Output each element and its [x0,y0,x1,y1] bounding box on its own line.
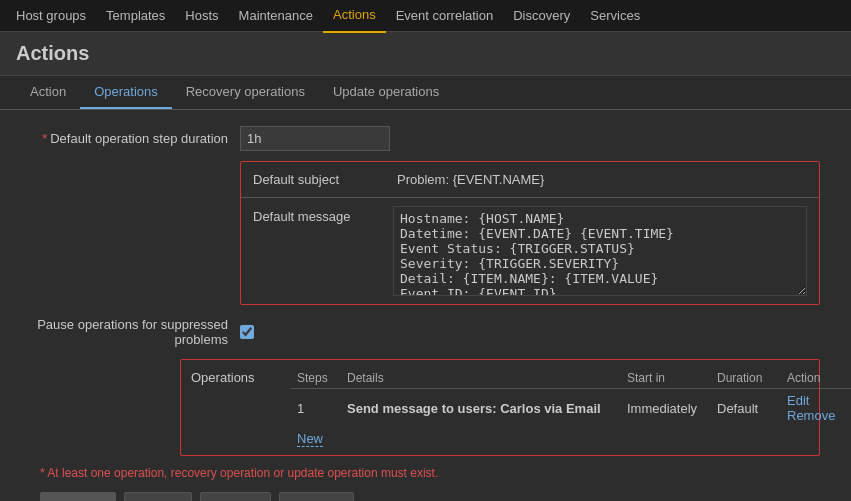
warning-text: * At least one operation, recovery opera… [20,466,831,480]
update-button[interactable]: Update [40,492,116,501]
operations-section: Operations Steps Details Start in Durati… [180,359,820,456]
nav-actions[interactable]: Actions [323,0,386,33]
delete-button[interactable]: Delete [200,492,272,501]
ops-header-row: Operations Steps Details Start in Durati… [191,368,809,447]
tab-bar: Action Operations Recovery operations Up… [0,76,851,110]
row-details: Send message to users: Carlos via Email [341,389,621,428]
row-duration: Default [711,389,781,428]
new-operation-link[interactable]: New [297,431,323,447]
subject-row: Default subject [241,162,819,198]
operations-table: Steps Details Start in Duration Action 1 [291,368,851,427]
table-header-row: Steps Details Start in Duration Action [291,368,851,389]
clone-button[interactable]: Clone [124,492,192,501]
cancel-button[interactable]: Cancel [279,492,353,501]
pause-checkbox[interactable] [240,325,254,339]
nav-event-correlation[interactable]: Event correlation [386,0,504,32]
col-action: Action [781,368,851,389]
message-row: Default message Hostname: {HOST.NAME} Da… [241,198,819,304]
row-start-in: Immediately [621,389,711,428]
tab-update-operations[interactable]: Update operations [319,76,453,109]
tab-action[interactable]: Action [16,76,80,109]
tab-recovery-operations[interactable]: Recovery operations [172,76,319,109]
row-details-prefix: Send message to users: [347,401,497,416]
main-content: *Default operation step duration Default… [0,110,851,501]
edit-link[interactable]: Edit [787,393,809,408]
nav-discovery[interactable]: Discovery [503,0,580,32]
pause-label: Pause operations for suppressed problems [20,317,240,347]
subject-label: Default subject [253,172,393,187]
step-duration-label: *Default operation step duration [20,126,240,146]
nav-templates[interactable]: Templates [96,0,175,32]
pause-checkbox-row: Pause operations for suppressed problems [20,317,831,347]
row-actions: Edit Remove [781,389,851,428]
required-star: * [42,131,47,146]
table-row: 1 Send message to users: Carlos via Emai… [291,389,851,428]
ops-section-label: Operations [191,368,291,385]
ops-table-wrapper: Steps Details Start in Duration Action 1 [291,368,851,447]
nav-services[interactable]: Services [580,0,650,32]
col-start-in: Start in [621,368,711,389]
subject-message-box: Default subject Default message Hostname… [240,161,820,305]
message-label: Default message [253,206,393,224]
page-title: Actions [0,32,851,76]
nav-hosts[interactable]: Hosts [175,0,228,32]
message-textarea[interactable]: Hostname: {HOST.NAME} Datetime: {EVENT.D… [393,206,807,296]
remove-link[interactable]: Remove [787,408,835,423]
col-duration: Duration [711,368,781,389]
subject-input[interactable] [393,170,807,189]
col-steps: Steps [291,368,341,389]
row-steps: 1 [291,389,341,428]
form-buttons: Update Clone Delete Cancel [20,492,831,501]
step-duration-input[interactable] [240,126,390,151]
col-details: Details [341,368,621,389]
nav-maintenance[interactable]: Maintenance [229,0,323,32]
top-navigation: Host groups Templates Hosts Maintenance … [0,0,851,32]
nav-host-groups[interactable]: Host groups [6,0,96,32]
row-details-value: Carlos via Email [500,401,600,416]
step-duration-row: *Default operation step duration [20,126,831,151]
tab-operations[interactable]: Operations [80,76,172,109]
